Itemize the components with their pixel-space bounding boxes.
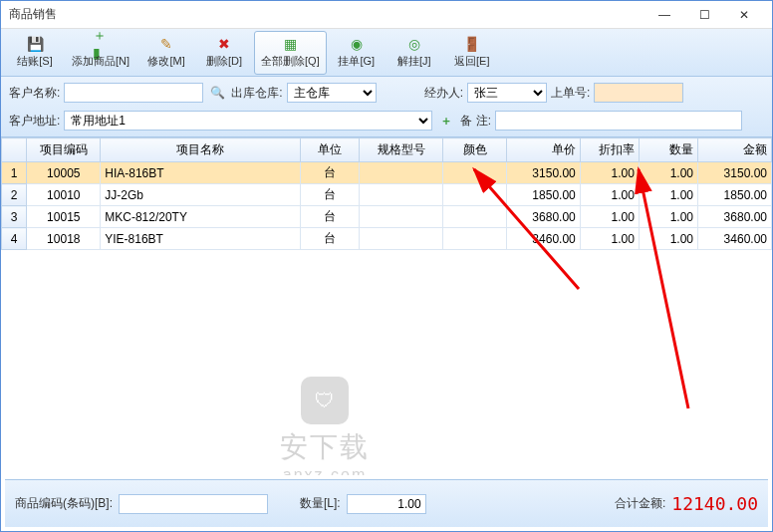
cell-code[interactable]: 10015 [27,206,101,228]
cell-amount[interactable]: 1850.00 [698,184,772,206]
col-unit[interactable]: 单位 [300,138,359,162]
hold-label: 挂单[G] [338,54,375,69]
edit-button[interactable]: ✎ 修改[M] [138,31,194,75]
remark-input[interactable] [495,111,742,131]
row-number: 3 [2,206,27,228]
edit-icon: ✎ [158,36,174,52]
warehouse-select[interactable]: 主仓库 [287,83,377,103]
cell-code[interactable]: 10005 [27,162,101,184]
barcode-input[interactable] [119,494,268,514]
cell-name[interactable]: HIA-816BT [101,162,301,184]
unhold-label: 解挂[J] [397,54,431,69]
cell-discount[interactable]: 1.00 [580,228,639,250]
cell-unit[interactable]: 台 [300,162,359,184]
cell-spec[interactable] [360,162,443,184]
checkout-button[interactable]: 💾 结账[S] [7,31,63,75]
watermark: 🛡 安下载 anxz.com [280,377,370,475]
cell-discount[interactable]: 1.00 [580,184,639,206]
delete-icon: ✖ [216,36,232,52]
col-name[interactable]: 项目名称 [101,138,301,162]
row-number: 4 [2,228,27,250]
edit-label: 修改[M] [147,54,184,69]
table-row[interactable]: 110005HIA-816BT台3150.001.001.003150.00 [2,162,772,184]
table-row[interactable]: 210010JJ-2Gb台1850.001.001.001850.00 [2,184,772,206]
cell-qty[interactable]: 1.00 [639,228,697,250]
window-title: 商品销售 [9,6,644,23]
col-discount[interactable]: 折扣率 [580,138,639,162]
cell-discount[interactable]: 1.00 [580,162,639,184]
customer-name-input[interactable] [64,83,203,103]
unhold-icon: ◎ [406,36,422,52]
cell-unit[interactable]: 台 [300,228,359,250]
add-label: 添加商品[N] [72,54,129,69]
cell-unit[interactable]: 台 [300,184,359,206]
add-addr-icon[interactable]: ＋ [436,111,456,131]
cell-unit[interactable]: 台 [300,206,359,228]
handler-select[interactable]: 张三 [467,83,547,103]
unhold-button[interactable]: ◎ 解挂[J] [386,31,442,75]
back-button[interactable]: 🚪 返回[E] [444,31,500,75]
col-rownum [2,138,27,162]
table-row[interactable]: 310015MKC-812/20TY台3680.001.001.003680.0… [2,206,772,228]
qty-input[interactable] [347,494,426,514]
col-spec[interactable]: 规格型号 [360,138,443,162]
hold-button[interactable]: ◉ 挂单[G] [329,31,385,75]
cell-qty[interactable]: 1.00 [639,206,697,228]
cell-color[interactable] [443,184,506,206]
search-icon[interactable]: 🔍 [207,83,227,103]
cell-price[interactable]: 3680.00 [506,206,580,228]
cell-discount[interactable]: 1.00 [580,206,639,228]
cell-color[interactable] [443,228,506,250]
maximize-button[interactable]: ☐ [684,1,724,29]
cell-qty[interactable]: 1.00 [639,184,697,206]
cell-color[interactable] [443,206,506,228]
order-no-label: 上单号: [551,85,590,102]
cell-qty[interactable]: 1.00 [639,162,697,184]
col-code[interactable]: 项目编码 [27,138,101,162]
add-product-button[interactable]: ＋▮ 添加商品[N] [65,31,136,75]
order-no-input[interactable] [594,83,683,103]
cell-price[interactable]: 3150.00 [506,162,580,184]
window-controls: — ☐ ✕ [644,1,764,29]
remark-label: 备 注: [460,113,491,130]
back-label: 返回[E] [454,54,489,69]
table-row[interactable]: 410018YIE-816BT台3460.001.001.003460.00 [2,228,772,250]
toolbar: 💾 结账[S] ＋▮ 添加商品[N] ✎ 修改[M] ✖ 删除[D] ▦ 全部删… [1,29,772,77]
cell-amount[interactable]: 3150.00 [698,162,772,184]
save-icon: 💾 [27,36,43,52]
qty-label: 数量[L]: [300,495,341,512]
cell-price[interactable]: 1850.00 [506,184,580,206]
cell-price[interactable]: 3460.00 [506,228,580,250]
delete-label: 删除[D] [206,54,242,69]
hold-icon: ◉ [349,36,365,52]
col-amount[interactable]: 金额 [698,138,772,162]
cell-spec[interactable] [360,228,443,250]
product-grid[interactable]: 项目编码 项目名称 单位 规格型号 颜色 单价 折扣率 数量 金额 110005… [1,137,772,475]
cell-name[interactable]: MKC-812/20TY [101,206,301,228]
row-number: 2 [2,184,27,206]
barcode-label: 商品编码(条码)[B]: [15,495,113,512]
total-label: 合计金额: [615,495,665,512]
cell-code[interactable]: 10018 [27,228,101,250]
delete-all-label: 全部删除[Q] [261,54,320,69]
col-price[interactable]: 单价 [506,138,580,162]
cell-color[interactable] [443,162,506,184]
cell-name[interactable]: JJ-2Gb [101,184,301,206]
watermark-icon: 🛡 [301,377,349,424]
customer-addr-select[interactable]: 常用地址1 [64,111,432,131]
watermark-url: anxz.com [283,466,367,475]
col-color[interactable]: 颜色 [443,138,506,162]
col-qty[interactable]: 数量 [639,138,697,162]
customer-addr-label: 客户地址: [9,113,60,130]
cell-code[interactable]: 10010 [27,184,101,206]
cell-amount[interactable]: 3680.00 [698,206,772,228]
delete-button[interactable]: ✖ 删除[D] [196,31,252,75]
checkout-label: 结账[S] [17,54,52,69]
close-button[interactable]: ✕ [724,1,764,29]
cell-amount[interactable]: 3460.00 [698,228,772,250]
cell-spec[interactable] [360,184,443,206]
minimize-button[interactable]: — [644,1,684,29]
cell-spec[interactable] [360,206,443,228]
cell-name[interactable]: YIE-816BT [101,228,301,250]
delete-all-button[interactable]: ▦ 全部删除[Q] [254,31,327,75]
